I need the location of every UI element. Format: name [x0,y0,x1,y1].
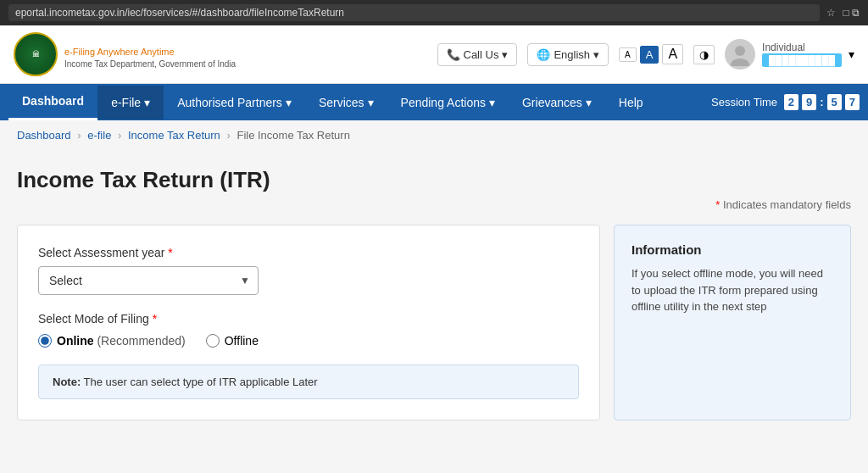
asterisk-symbol: * [715,198,720,211]
svg-point-1 [731,58,749,66]
mode-radio-group: Online (Recommended) Offline [38,334,579,348]
nav-help[interactable]: Help [605,86,657,120]
browser-url: eportal.incometax.gov.in/iec/foservices/… [8,4,820,21]
nav-grievances[interactable]: Grievances ▾ [509,86,605,120]
logo-efiling-label: e-Filing [64,47,97,57]
globe-icon: 🌐 [537,48,550,61]
form-card: Select Assessment year * Select 2024-25 … [17,225,600,420]
star-icon: ☆ [826,7,836,19]
mode-offline-option[interactable]: Offline [206,334,259,348]
page-title: Income Tax Return (ITR) [17,167,851,193]
note-text: The user can select type of ITR applicab… [84,376,318,388]
nav-authorised-partners[interactable]: Authorised Partners ▾ [164,86,305,120]
breadcrumb-itr[interactable]: Income Tax Return [128,129,220,142]
user-info: Individual ██████████ [762,42,842,67]
info-panel-title: Information [632,242,833,257]
services-chevron: ▾ [368,96,374,109]
mode-offline-radio[interactable] [206,334,220,348]
mode-online-label: Online (Recommended) [57,334,186,348]
breadcrumb-sep-1: › [77,129,81,142]
assessment-year-required: * [168,246,172,259]
user-name-label: ██████████ [762,53,842,67]
phone-icon: 📞 [447,48,460,61]
logo-area: 🏛 e-Filing Anywhere Anytime Income Tax D… [14,32,236,76]
logo-emblem: 🏛 [14,32,58,76]
call-us-label: Call Us [464,48,499,61]
nav-bar: Dashboard e-File ▾ Authorised Partners ▾… [0,84,868,120]
efile-chevron: ▾ [144,96,150,109]
font-small-button[interactable]: A [619,47,637,62]
assessment-year-select[interactable]: Select 2024-25 2023-24 [38,266,259,295]
session-digit-3: 5 [827,94,842,110]
nav-pending-actions[interactable]: Pending Actions ▾ [387,86,509,120]
info-panel-text: If you select offline mode, you will nee… [632,265,833,315]
svg-point-0 [735,46,745,56]
breadcrumb: Dashboard › e-file › Income Tax Return ›… [0,120,868,150]
mode-offline-label: Offline [225,334,259,348]
language-chevron: ▾ [593,48,599,61]
nav-efile[interactable]: e-File ▾ [97,86,164,120]
nav-services[interactable]: Services ▾ [305,86,387,120]
form-layout: Select Assessment year * Select 2024-25 … [17,225,851,420]
user-chevron: ▾ [849,47,854,61]
note-box: Note: The user can select type of ITR ap… [38,364,579,399]
assessment-year-select-wrapper: Select 2024-25 2023-24 ▼ [38,266,259,295]
partners-chevron: ▾ [286,96,292,109]
pending-chevron: ▾ [489,96,495,109]
note-label: Note: [53,376,81,388]
browser-bar: eportal.incometax.gov.in/iec/foservices/… [0,0,868,25]
recommended-tag: (Recommended) [97,334,185,348]
nav-dashboard[interactable]: Dashboard [8,84,97,120]
logo-tagline: Anywhere Anytime [97,47,175,57]
main-content: Income Tax Return (ITR) * Indicates mand… [0,150,868,473]
header-right: 📞 Call Us ▾ 🌐 English ▾ A A A ◑ Individu… [437,39,855,70]
session-digit-1: 2 [784,94,798,110]
session-colon: : [820,96,823,109]
mode-required: * [153,312,157,326]
mode-of-filing-label: Select Mode of Filing * [38,312,579,326]
assessment-year-label: Select Assessment year * [38,246,579,259]
session-time: Session Time 2 9 : 5 7 [711,94,860,110]
font-medium-button[interactable]: A [640,46,659,64]
avatar [725,39,755,70]
breadcrumb-sep-2: › [118,129,121,142]
breadcrumb-sep-3: › [226,129,230,142]
logo-efiling: e-Filing Anywhere Anytime [64,40,236,59]
info-panel: Information If you select offline mode, … [614,225,851,420]
browser-controls: □ ⧉ [843,7,860,19]
user-role-label: Individual [762,42,842,53]
mode-online-radio[interactable] [38,334,52,348]
logo-text: e-Filing Anywhere Anytime Income Tax Dep… [64,40,236,69]
breadcrumb-current: File Income Tax Return [236,129,349,142]
mandatory-note-text: Indicates mandatory fields [723,198,851,211]
font-controls: A A A [619,44,683,64]
call-us-button[interactable]: 📞 Call Us ▾ [437,43,518,66]
logo-subtitle: Income Tax Department, Government of Ind… [64,59,236,69]
breadcrumb-efile[interactable]: e-file [87,129,111,142]
user-area: Individual ██████████ ▾ [725,39,854,70]
session-digit-2: 9 [802,94,816,110]
mandatory-note: * Indicates mandatory fields [17,198,851,211]
call-us-chevron: ▾ [502,48,508,61]
language-button[interactable]: 🌐 English ▾ [527,43,609,66]
font-large-button[interactable]: A [662,44,683,64]
session-digit-4: 7 [845,94,860,110]
language-label: English [554,48,590,61]
mode-online-option[interactable]: Online (Recommended) [38,334,186,348]
top-header: 🏛 e-Filing Anywhere Anytime Income Tax D… [0,25,868,84]
grievances-chevron: ▾ [586,96,592,109]
breadcrumb-dashboard[interactable]: Dashboard [17,129,71,142]
contrast-button[interactable]: ◑ [693,45,715,64]
